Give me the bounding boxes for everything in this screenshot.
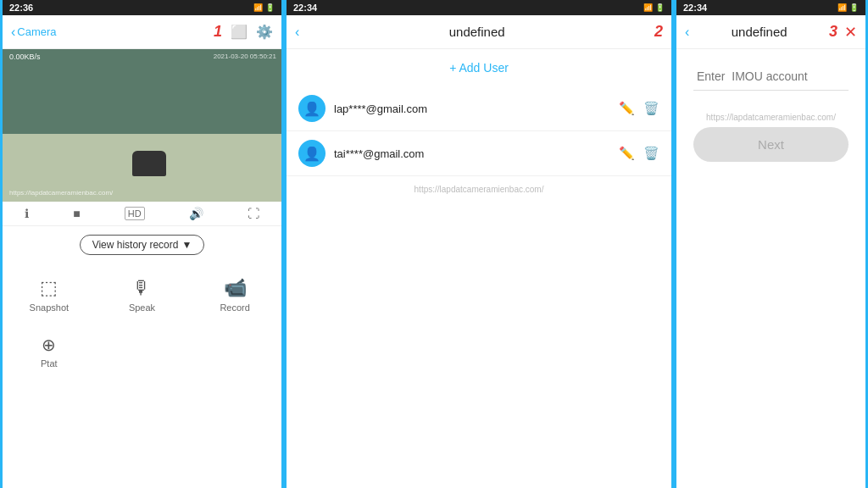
history-row: View history record ▼ [3, 226, 281, 262]
back-label-1: Camera [17, 25, 56, 38]
camera-bg: 0.00KB/s 2021-03-20 05:50:21 https://lap… [3, 49, 281, 202]
stop-ctrl[interactable]: ■ [73, 207, 80, 220]
user-list: 👤 lap****@gmail.com ✏️ 🗑️ 👤 tai****@gmai… [287, 86, 671, 176]
status-bar-3: 22:34 📶 🔋 [676, 0, 865, 15]
user-actions-1: ✏️ 🗑️ [619, 101, 659, 116]
next-label: Next [758, 137, 784, 152]
edit-icon-1[interactable]: ✏️ [619, 101, 635, 116]
hd-ctrl[interactable]: HD [125, 207, 145, 220]
badge-1: 1 [214, 23, 222, 41]
record-icon: 📹 [224, 277, 247, 299]
action-grid-1: ⬚ Snapshot 🎙 Speak 📹 Record [3, 262, 281, 328]
speak-icon: 🎙 [132, 277, 151, 299]
speak-label: Speak [129, 302, 155, 313]
close-button[interactable]: ✕ [844, 23, 857, 42]
status-bar-2: 22:34 📶 🔋 [287, 0, 671, 15]
status-icons-2: 📶 🔋 [643, 3, 665, 12]
history-label: View history record [92, 239, 179, 251]
next-button[interactable]: Next [693, 127, 849, 162]
wifi-icon-3: 📶 [837, 3, 847, 12]
camera-controls: ℹ ■ HD 🔊 ⛶ [3, 202, 281, 226]
panel3-title: undefined [689, 25, 829, 39]
delete-icon-1[interactable]: 🗑️ [643, 101, 659, 116]
motorbike [132, 151, 166, 176]
nav-right-1: 1 ⬜ ⚙️ [214, 23, 273, 41]
speak-button[interactable]: 🎙 Speak [96, 270, 189, 319]
record-label: Record [220, 302, 249, 313]
wifi-icon-2: 📶 [643, 3, 653, 12]
delete-icon-2[interactable]: 🗑️ [643, 146, 659, 161]
back-button-1[interactable]: ‹ Camera [11, 25, 57, 40]
ptat-button[interactable]: ⊕ Ptat [3, 328, 96, 375]
user-item-2: 👤 tai****@gmail.com ✏️ 🗑️ [287, 131, 671, 176]
snapshot-button[interactable]: ⬚ Snapshot [3, 270, 96, 319]
user-item-1: 👤 lap****@gmail.com ✏️ 🗑️ [287, 86, 671, 131]
back-arrow-1: ‹ [11, 25, 15, 40]
status-bar-1: 22:36 📶 🔋 [3, 0, 281, 15]
settings-icon[interactable]: ⚙️ [256, 24, 273, 40]
info-ctrl[interactable]: ℹ [25, 207, 29, 220]
panel-camera: 22:36 📶 🔋 ‹ Camera 1 ⬜ ⚙️ 0.00KB/s 2021-… [0, 0, 284, 488]
record-button[interactable]: 📹 Record [188, 270, 281, 319]
nav-bar-1: ‹ Camera 1 ⬜ ⚙️ [3, 15, 281, 49]
user-email-2: tai****@gmail.com [334, 147, 610, 160]
history-button[interactable]: View history record ▼ [80, 235, 205, 255]
snapshot-label: Snapshot [30, 302, 69, 313]
panel-imou: 22:34 📶 🔋 ‹ undefined 3 ✕ https://lapdat… [674, 0, 868, 488]
camera-speed: 0.00KB/s [9, 53, 41, 61]
badge-2: 2 [654, 23, 663, 41]
dropdown-icon: ▼ [181, 239, 192, 251]
action-grid-2: ⊕ Ptat [3, 328, 281, 382]
user-actions-2: ✏️ 🗑️ [619, 146, 659, 161]
camera-watermark: https://lapdatcameramienbac.com/ [9, 189, 113, 197]
battery-icon-2: 🔋 [655, 3, 665, 12]
badge-3: 3 [829, 23, 837, 41]
snapshot-icon: ⬚ [40, 277, 58, 299]
add-user-label: + Add User [449, 61, 509, 75]
avatar-1: 👤 [298, 95, 326, 122]
time-3: 22:34 [683, 3, 707, 13]
time-2: 22:34 [293, 3, 317, 13]
share-icon[interactable]: ⬜ [231, 24, 248, 40]
camera-date: 2021-03-20 05:50:21 [214, 53, 276, 60]
user-email-1: lap****@gmail.com [334, 103, 610, 115]
battery-icon: 🔋 [265, 3, 275, 12]
watermark-2: https://lapdatcameramienbac.com/ [287, 176, 671, 202]
nav-bar-3: ‹ undefined 3 ✕ [676, 15, 865, 49]
panel2-title: undefined [299, 25, 654, 39]
avatar-2: 👤 [298, 140, 326, 167]
fullscreen-ctrl[interactable]: ⛶ [248, 207, 259, 220]
battery-icon-3: 🔋 [849, 3, 859, 12]
volume-ctrl[interactable]: 🔊 [189, 207, 203, 220]
ptat-label: Ptat [41, 358, 58, 369]
status-icons-3: 📶 🔋 [837, 3, 859, 12]
panel-users: 22:34 📶 🔋 ‹ undefined 2 + Add User 👤 lap… [284, 0, 674, 488]
status-icons-1: 📶 🔋 [253, 3, 275, 12]
imou-form: https://lapdatcameramienbac.com/ Next [676, 49, 865, 175]
edit-icon-2[interactable]: ✏️ [619, 146, 635, 161]
watermark-3: https://lapdatcameramienbac.com/ [693, 108, 849, 127]
imou-account-input[interactable] [693, 63, 849, 91]
camera-feed: 0.00KB/s 2021-03-20 05:50:21 https://lap… [3, 49, 281, 202]
ptat-icon: ⊕ [42, 335, 56, 355]
time-1: 22:36 [9, 3, 33, 13]
wifi-icon: 📶 [253, 3, 263, 12]
nav-bar-2: ‹ undefined 2 [287, 15, 671, 49]
add-user-button[interactable]: + Add User [287, 49, 671, 86]
